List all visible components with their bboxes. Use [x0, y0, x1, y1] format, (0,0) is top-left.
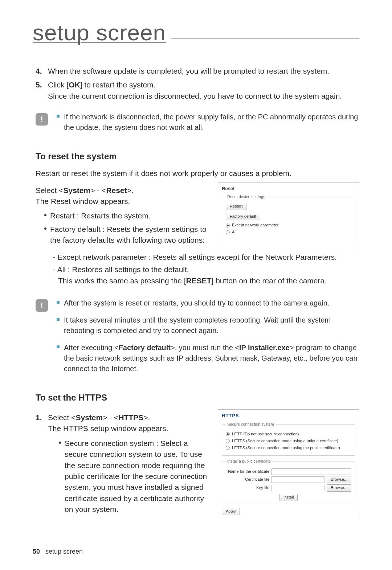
text: - All : Restores all settings to the def… — [53, 265, 189, 274]
reset-panel: Reset Reset device settings Restart Fact… — [218, 182, 359, 247]
radio-option[interactable]: HTTPS (Secure connection mode using the … — [226, 445, 351, 451]
fieldset-legend: Secure connection system — [226, 422, 275, 427]
section-heading: To reset the system — [36, 150, 359, 163]
radio-icon — [226, 230, 230, 234]
caution-item: It takes several minutes until the syste… — [57, 315, 359, 336]
radio-icon — [226, 446, 230, 450]
radio-label: HTTPS (Secure connection mode using the … — [232, 445, 340, 451]
browse-button[interactable]: Browse... — [327, 476, 351, 483]
list-item: - Except network parameter : Resets all … — [53, 252, 359, 263]
bullet-icon — [44, 214, 46, 216]
step-number: 1. — [36, 412, 45, 434]
bullet-icon — [44, 227, 46, 230]
step-number: 4. — [36, 66, 45, 77]
column-left: Select <System> - <Reset>. The Reset win… — [36, 182, 210, 250]
restart-button[interactable]: Restart — [226, 203, 246, 210]
caution-list: If the network is disconnected, the powe… — [57, 112, 359, 139]
fieldset-legend: Install a public certificate — [226, 459, 272, 464]
text: The HTTPS setup window appears. — [48, 423, 210, 434]
list-item: 4. When the software update is completed… — [36, 66, 359, 77]
bullet-icon — [57, 301, 60, 304]
radio-icon — [226, 224, 230, 227]
bullet-list: Secure connection system : Select a secu… — [36, 438, 210, 515]
list-item: 5. Click [OK] to restart the system. Sin… — [36, 79, 359, 102]
title-rule — [171, 38, 359, 39]
radio-icon — [226, 439, 230, 443]
step-text: Select <System> - <HTTPS>. The HTTPS set… — [48, 412, 210, 434]
field-label: Certificate file — [226, 477, 269, 483]
paragraph: Restart or reset the system if it does n… — [36, 168, 359, 179]
step-text: When the software update is completed, y… — [48, 66, 359, 77]
list-item: Factory default : Resets the system sett… — [44, 224, 210, 246]
page: setup screen 4. When the software update… — [0, 0, 392, 570]
radio-label: Except network parameter — [232, 222, 278, 228]
field-label: Name for the certificate — [226, 469, 269, 475]
text: >, you must run the < — [171, 344, 239, 352]
field-label: Key file — [226, 485, 269, 491]
step-number: 5. — [36, 79, 45, 102]
text: Secure connection system : Select a secu… — [65, 438, 210, 515]
bullet-icon — [57, 345, 60, 348]
text: > - < — [103, 413, 118, 422]
text-bold: System — [75, 413, 103, 422]
bullet-list: Restart : Restarts the system. Factory d… — [36, 210, 210, 246]
radio-label: HTTP (Do not use secure connection) — [232, 431, 299, 437]
text: _ — [40, 548, 45, 555]
radio-label: All — [232, 229, 236, 235]
page-footer: 50_ setup screen — [33, 548, 83, 555]
text: Since the current connection is disconne… — [48, 91, 359, 102]
text: Click [ — [48, 81, 69, 89]
column-right: HTTPS Secure connection system HTTP (Do … — [218, 409, 359, 519]
panel-title: HTTPS — [222, 413, 355, 419]
text-bold: System — [63, 186, 90, 194]
secure-connection-fieldset: Secure connection system HTTP (Do not us… — [222, 422, 355, 456]
radio-option[interactable]: All — [226, 229, 351, 235]
caution-item: After executing <Factory default>, you m… — [57, 343, 359, 374]
text-bold: OK — [69, 81, 80, 89]
text: >. — [143, 413, 150, 422]
apply-button[interactable]: Apply — [222, 508, 240, 515]
text-bold: HTTPS — [118, 413, 143, 422]
text: ] button on the rear of the camera. — [212, 276, 327, 285]
caution-icon: ! — [36, 113, 48, 126]
form-row: Key file Browse... — [226, 484, 351, 492]
factory-default-button[interactable]: Factory default — [226, 213, 260, 220]
two-column: 1. Select <System> - <HTTPS>. The HTTPS … — [36, 409, 359, 519]
caution-list: After the system is reset or restarts, y… — [57, 298, 359, 381]
install-button[interactable]: Install — [279, 494, 298, 501]
page-body: 4. When the software update is completed… — [33, 48, 359, 519]
radio-option[interactable]: HTTPS (Secure connection mode using a un… — [226, 438, 351, 444]
column-right: Reset Reset device settings Restart Fact… — [218, 182, 359, 247]
text-bold: Factory default — [119, 344, 171, 352]
text-bold: Reset — [106, 186, 127, 194]
caution-text: If the network is disconnected, the powe… — [64, 112, 359, 133]
reset-fieldset: Reset device settings Restart Factory de… — [222, 194, 355, 240]
panel-title: Reset — [222, 185, 355, 192]
paragraph: Select <System> - <Reset>. The Reset win… — [36, 185, 210, 207]
caution-text: After executing <Factory default>, you m… — [64, 343, 359, 374]
footer-label: setup screen — [45, 548, 83, 555]
key-file-input[interactable] — [271, 485, 324, 491]
text: Select < — [36, 186, 63, 194]
bullet-icon — [57, 115, 60, 118]
certificate-file-input[interactable] — [271, 476, 324, 483]
certificate-name-input[interactable] — [271, 468, 351, 475]
section-heading: To set the HTTPS — [36, 391, 359, 404]
text: Restart : Restarts the system. — [50, 210, 210, 221]
install-certificate-fieldset: Install a public certificate Name for th… — [222, 459, 355, 505]
radio-option[interactable]: HTTP (Do not use secure connection) — [226, 431, 351, 437]
browse-button[interactable]: Browse... — [327, 484, 351, 492]
caution-text: After the system is reset or restarts, y… — [64, 298, 359, 308]
text-bold: RESET — [186, 276, 211, 285]
radio-label: HTTPS (Secure connection mode using a un… — [232, 438, 338, 444]
bullet-icon — [59, 442, 61, 444]
list-item: - All : Restores all settings to the def… — [53, 264, 359, 286]
fieldset-legend: Reset device settings — [226, 194, 267, 200]
text: The Reset window appears. — [36, 197, 130, 205]
bullet-icon — [57, 318, 60, 321]
caution-item: If the network is disconnected, the powe… — [57, 112, 359, 133]
radio-option[interactable]: Except network parameter — [226, 222, 351, 228]
page-title: setup screen — [33, 20, 166, 45]
text: Factory default : Resets the system sett… — [50, 224, 210, 246]
list-item: Restart : Restarts the system. — [44, 210, 210, 221]
